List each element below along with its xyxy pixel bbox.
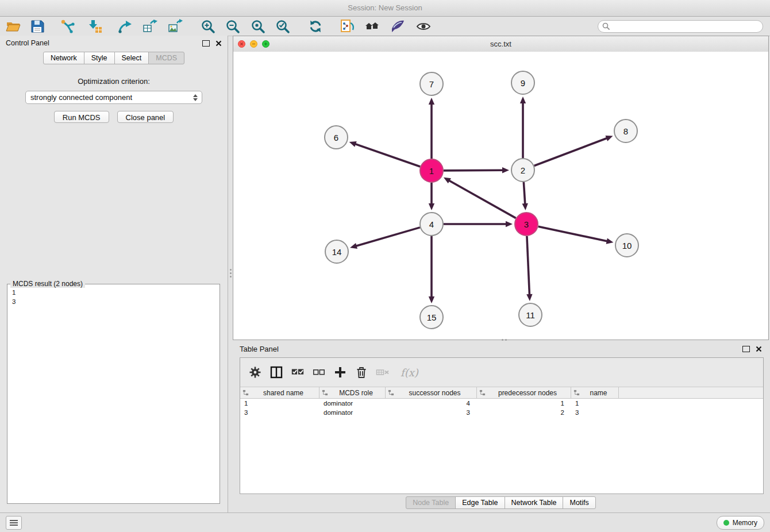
delete-table-icon-disabled [376, 365, 390, 379]
export-network-icon[interactable] [118, 19, 133, 34]
edge-4-14[interactable] [355, 228, 420, 246]
create-column-plus-icon[interactable] [333, 365, 347, 379]
table-cell[interactable]: 1 [571, 400, 619, 407]
show-columns-icon[interactable] [270, 365, 283, 379]
import-table-icon[interactable] [87, 19, 102, 34]
table-settings-gear-icon[interactable] [248, 365, 262, 379]
graph-node-4[interactable]: 4 [420, 213, 443, 236]
network-canvas[interactable]: 7968124314101511 [233, 52, 768, 340]
network-graph[interactable]: 7968124314101511 [233, 52, 768, 340]
column-tree-icon [479, 390, 486, 396]
table-cell[interactable]: 1 [240, 400, 319, 407]
table-cell[interactable]: 2 [477, 409, 571, 416]
graph-node-15[interactable]: 15 [420, 306, 443, 329]
tab-motifs[interactable]: Motifs [563, 496, 595, 509]
float-table-panel-icon[interactable] [742, 346, 750, 352]
close-window-icon[interactable] [238, 40, 245, 48]
table-row[interactable]: 3dominator323 [240, 408, 763, 417]
column-tree-icon [573, 390, 580, 396]
edge-1-2[interactable] [444, 170, 504, 171]
edge-2-3[interactable] [523, 182, 525, 205]
table-cell[interactable]: 3 [386, 409, 477, 416]
export-table-icon[interactable] [143, 19, 157, 34]
edge-3-1[interactable] [448, 180, 516, 218]
refresh-icon[interactable] [308, 19, 323, 34]
first-neighbors-icon[interactable] [365, 19, 380, 34]
graph-node-9[interactable]: 9 [511, 71, 534, 94]
column-header-name[interactable]: name [571, 387, 619, 398]
save-session-icon[interactable] [30, 19, 45, 34]
table-cell[interactable]: dominator [319, 409, 386, 416]
show-hide-icon[interactable] [416, 19, 431, 34]
delete-column-trash-icon[interactable] [355, 365, 368, 379]
zoom-fit-icon[interactable] [251, 19, 265, 34]
edge-arrowhead [522, 203, 528, 210]
zoom-selected-icon[interactable] [275, 19, 290, 34]
tab-network-table[interactable]: Network Table [505, 496, 564, 509]
close-panel-button[interactable]: Close panel [117, 111, 174, 123]
tab-mcds[interactable]: MCDS [148, 52, 184, 64]
tab-edge-table[interactable]: Edge Table [455, 496, 505, 509]
status-menu-button[interactable] [6, 516, 22, 530]
zoom-out-icon[interactable] [225, 19, 240, 34]
column-tree-icon [322, 390, 328, 396]
column-header-predecessor-nodes[interactable]: predecessor nodes [477, 387, 571, 398]
edge-2-8[interactable] [534, 138, 609, 166]
optimization-criterion-label: Optimization criterion: [0, 77, 228, 86]
function-builder-icon: f(x) [401, 367, 418, 379]
table-row[interactable]: 1dominator411 [240, 399, 763, 408]
table-cell[interactable]: 4 [386, 400, 477, 407]
tab-select[interactable]: Select [114, 52, 149, 64]
memory-status-dot [723, 520, 729, 526]
table-tabs: Node TableEdge TableNetwork TableMotifs [233, 496, 769, 509]
tab-network[interactable]: Network [43, 52, 84, 64]
table-cell[interactable]: dominator [319, 400, 386, 407]
memory-button[interactable]: Memory [717, 516, 764, 530]
deselect-all-icon[interactable] [312, 365, 326, 379]
graph-node-7[interactable]: 7 [420, 72, 443, 95]
graph-node-14[interactable]: 14 [325, 240, 348, 263]
minimize-window-icon[interactable] [250, 40, 257, 48]
table-cell[interactable]: 1 [477, 400, 571, 407]
graph-node-8[interactable]: 8 [614, 119, 637, 142]
network-view-window: scc.txt 7968124314101511 [233, 36, 769, 340]
graph-node-1[interactable]: 1 [420, 159, 443, 182]
table-cell[interactable]: 3 [571, 409, 619, 416]
status-bar: Memory [0, 512, 770, 532]
edge-1-6[interactable] [354, 144, 420, 167]
graph-node-2[interactable]: 2 [511, 159, 534, 182]
close-table-panel-icon[interactable] [756, 346, 762, 352]
annotations-icon[interactable] [390, 19, 405, 34]
edge-arrowhead [526, 294, 532, 301]
optimization-criterion-dropdown[interactable]: strongly connected component [25, 91, 202, 104]
vertical-splitter-handle[interactable] [229, 264, 232, 282]
edge-arrowhead [606, 238, 614, 244]
control-panel-header: Control Panel [0, 36, 228, 51]
zoom-in-icon[interactable] [201, 19, 215, 34]
close-panel-icon[interactable] [215, 40, 222, 47]
import-network-icon[interactable] [60, 19, 75, 34]
export-image-icon[interactable] [168, 19, 183, 34]
column-header-successor-nodes[interactable]: successor nodes [386, 387, 477, 398]
edge-3-10[interactable] [538, 226, 609, 241]
network-window-title-bar: scc.txt [233, 36, 768, 52]
run-mcds-button[interactable]: Run MCDS [54, 111, 109, 123]
graph-node-10[interactable]: 10 [615, 234, 638, 257]
open-session-icon[interactable] [6, 19, 21, 34]
table-cell[interactable]: 3 [240, 409, 319, 416]
graph-node-11[interactable]: 11 [519, 303, 542, 326]
search-input[interactable] [598, 20, 763, 33]
edge-3-11[interactable] [527, 236, 530, 296]
select-all-icon[interactable] [291, 365, 305, 379]
tab-node-table[interactable]: Node Table [406, 496, 456, 509]
column-header-shared-name[interactable]: shared name [240, 387, 319, 398]
graph-node-6[interactable]: 6 [325, 126, 348, 149]
zoom-window-icon[interactable] [262, 40, 270, 48]
svg-text:14: 14 [332, 247, 342, 257]
tab-style[interactable]: Style [84, 52, 115, 64]
control-panel-title: Control Panel [6, 39, 49, 47]
graph-node-3[interactable]: 3 [515, 213, 538, 236]
network-from-selection-icon[interactable] [340, 19, 355, 34]
float-panel-icon[interactable] [202, 40, 210, 47]
column-header-MCDS-role[interactable]: MCDS role [319, 387, 386, 398]
